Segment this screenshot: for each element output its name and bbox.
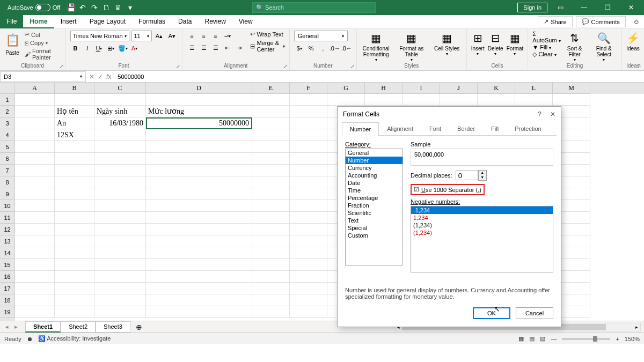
collapse-ribbon-icon[interactable]: ^ (638, 63, 641, 70)
cell[interactable] (146, 271, 252, 283)
cell[interactable] (15, 153, 55, 165)
row-header[interactable]: 10 (0, 200, 15, 212)
align-right-icon[interactable]: ☰ (210, 42, 221, 53)
zoom-in-icon[interactable]: + (616, 336, 619, 342)
row-header[interactable]: 8 (0, 176, 15, 188)
cell[interactable]: An (55, 117, 94, 129)
cell[interactable] (146, 165, 252, 176)
cell[interactable] (290, 176, 327, 188)
increase-font-icon[interactable]: A▴ (154, 31, 165, 41)
number-launcher-icon[interactable]: ⤢ (350, 64, 355, 69)
thousand-separator-checkbox[interactable]: ☑ Use 1000 Separator (,) (411, 184, 485, 195)
cell[interactable] (290, 94, 327, 106)
cell[interactable] (94, 235, 146, 247)
font-launcher-icon[interactable]: ⤢ (176, 64, 180, 69)
cell[interactable] (146, 212, 252, 224)
clear-button[interactable]: ◇ Clear ▾ (532, 51, 560, 58)
cell[interactable] (55, 306, 94, 318)
cell[interactable] (15, 283, 55, 294)
category-item[interactable]: Date (346, 179, 402, 187)
column-header[interactable]: C (94, 83, 146, 94)
sheet-tab[interactable]: Sheet2 (61, 321, 96, 333)
cell[interactable] (94, 294, 146, 306)
underline-button[interactable]: U▾ (94, 43, 105, 54)
cell[interactable] (55, 176, 94, 188)
cell[interactable] (15, 294, 55, 306)
column-header[interactable]: E (252, 83, 290, 94)
row-header[interactable]: 9 (0, 188, 15, 200)
cell[interactable] (290, 283, 327, 294)
zoom-out-icon[interactable]: — (551, 336, 557, 342)
negative-option[interactable]: (1,234) (411, 229, 553, 237)
cell[interactable] (94, 200, 146, 212)
category-item[interactable]: Custom (346, 232, 402, 239)
minimize-button[interactable]: — (573, 4, 595, 11)
align-middle-icon[interactable]: ≡ (199, 31, 209, 41)
cell[interactable] (146, 153, 252, 165)
cell[interactable] (146, 294, 252, 306)
row-header[interactable]: 17 (0, 283, 15, 294)
column-header[interactable]: J (440, 83, 478, 94)
dialog-tab[interactable]: Alignment (379, 122, 421, 135)
cut-button[interactable]: ✂Cut (25, 31, 61, 39)
cell[interactable] (146, 224, 252, 235)
cell[interactable] (252, 306, 290, 318)
cell[interactable] (55, 212, 94, 224)
category-item[interactable]: Currency (346, 164, 402, 172)
column-header[interactable]: D (146, 83, 252, 94)
cell[interactable] (252, 235, 290, 247)
dialog-help-icon[interactable]: ? (538, 110, 541, 118)
cell[interactable] (55, 153, 94, 165)
cell[interactable] (94, 271, 146, 283)
cell[interactable] (478, 94, 515, 106)
cell[interactable] (15, 188, 55, 200)
cell[interactable] (290, 188, 327, 200)
tab-view[interactable]: View (232, 15, 259, 28)
wrap-text-button[interactable]: ↩Wrap Text (250, 31, 285, 38)
sheet-tab[interactable]: Sheet1 (25, 321, 61, 333)
cell[interactable] (252, 200, 290, 212)
align-bottom-icon[interactable]: ≡ (210, 31, 221, 41)
category-item[interactable]: Number (346, 157, 402, 164)
copy-button[interactable]: ⎘Copy▾ (25, 39, 61, 47)
save-icon[interactable]: 💾 (67, 3, 75, 12)
cell[interactable] (94, 188, 146, 200)
cell[interactable] (290, 247, 327, 259)
cell[interactable] (94, 176, 146, 188)
qat-icon-2[interactable]: 🗎 (114, 3, 122, 12)
decimal-places-input[interactable] (456, 171, 478, 180)
cell[interactable] (252, 129, 290, 141)
cell[interactable] (55, 259, 94, 271)
autosum-button[interactable]: Σ AutoSum ▾ (532, 31, 560, 43)
bold-button[interactable]: B (70, 43, 81, 54)
redo-icon[interactable]: ↷ (90, 3, 99, 12)
column-header[interactable]: F (290, 83, 327, 94)
sign-in-button[interactable]: Sign in (517, 3, 547, 12)
tab-file[interactable]: File (0, 15, 23, 28)
ideas-button[interactable]: ⚡ Ideas (626, 31, 640, 51)
close-button[interactable]: ✕ (620, 4, 642, 11)
cell[interactable] (290, 106, 327, 117)
find-select-button[interactable]: 🔍Find & Select▾ (591, 31, 617, 63)
cell[interactable] (290, 306, 327, 318)
category-item[interactable]: Text (346, 217, 402, 224)
cell[interactable] (327, 94, 365, 106)
align-left-icon[interactable]: ☰ (187, 42, 197, 53)
cell[interactable] (15, 106, 55, 117)
cell[interactable] (146, 94, 252, 106)
cell[interactable] (15, 117, 55, 129)
tab-insert[interactable]: Insert (54, 15, 83, 28)
cell[interactable] (15, 200, 55, 212)
decrease-indent-icon[interactable]: ⇤ (222, 42, 233, 53)
sheet-tab[interactable]: Sheet3 (96, 321, 130, 333)
row-header[interactable]: 12 (0, 224, 15, 235)
format-cells-button[interactable]: ▦Format▾ (507, 31, 524, 56)
cell[interactable] (290, 165, 327, 176)
cell[interactable] (94, 247, 146, 259)
delete-cells-button[interactable]: ⊟Delete▾ (488, 31, 503, 56)
row-header[interactable]: 19 (0, 306, 15, 318)
font-size-select[interactable]: 11▾ (131, 31, 152, 41)
row-header[interactable]: 3 (0, 117, 15, 129)
tab-home[interactable]: Home (23, 15, 54, 28)
cell[interactable] (290, 259, 327, 271)
